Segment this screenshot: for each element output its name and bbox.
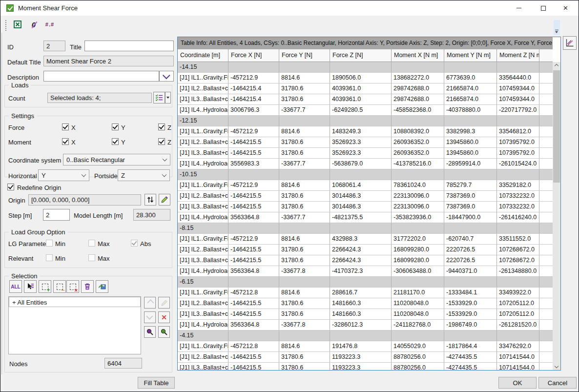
group-cell[interactable] xyxy=(444,330,497,341)
collapsed-splitter[interactable] xyxy=(554,20,560,35)
value-cell[interactable]: 107268672.0 xyxy=(497,255,539,266)
value-cell[interactable]: 2220726.5 xyxy=(444,245,497,255)
load-name-cell[interactable]: [J1] IL2..Ballast+crai xyxy=(178,352,228,363)
group-cell[interactable] xyxy=(330,330,392,341)
value-cell[interactable]: 8814.6 xyxy=(279,288,330,298)
value-cell[interactable]: 1890506.0 xyxy=(330,73,392,83)
data-row[interactable]: [J1] IL3..Ballast+crai-1464215.531780.62… xyxy=(178,255,553,266)
group-cell[interactable] xyxy=(444,116,497,126)
group-cell[interactable] xyxy=(330,277,392,288)
value-cell[interactable] xyxy=(539,148,553,159)
group-cell[interactable] xyxy=(279,169,330,180)
data-row[interactable]: [J1] IL2..Ballast+crai-1464215.531780.63… xyxy=(178,191,553,202)
value-cell[interactable]: 31780.6 xyxy=(279,202,330,212)
remove-selection-button[interactable]: ✕ xyxy=(66,280,79,293)
value-cell[interactable]: -1464215.5 xyxy=(228,245,279,255)
group-cell[interactable] xyxy=(444,169,497,180)
value-cell[interactable] xyxy=(539,94,553,105)
value-cell[interactable]: -33677.8 xyxy=(279,320,330,330)
value-cell[interactable]: 168099280.0 xyxy=(392,255,444,266)
value-cell[interactable] xyxy=(539,126,553,137)
group-header-row[interactable]: -12.15 xyxy=(178,116,553,126)
value-cell[interactable]: -28959914.0 xyxy=(444,159,497,169)
value-cell[interactable]: 8814.6 xyxy=(279,126,330,137)
coordinate-system-combo[interactable]: 0..Basic Rectangular xyxy=(63,154,170,165)
group-cell[interactable] xyxy=(539,116,553,126)
load-name-cell[interactable]: [J1] IL2..Ballast+crai xyxy=(178,298,228,309)
load-name-cell[interactable]: [J1] IL3..Ballast+crai xyxy=(178,148,228,159)
group-cell[interactable] xyxy=(539,277,553,288)
group-cell[interactable] xyxy=(228,223,279,234)
value-cell[interactable] xyxy=(539,309,553,320)
minimize-button[interactable] xyxy=(508,0,530,16)
value-cell[interactable]: 785279.7 xyxy=(444,180,497,191)
value-cell[interactable]: 3006796.3 xyxy=(228,105,279,116)
value-cell[interactable]: 33511552.0 xyxy=(497,234,539,245)
selection-list-item[interactable]: + All Entities xyxy=(9,297,141,307)
value-cell[interactable]: 33476292.0 xyxy=(497,341,539,352)
value-cell[interactable]: 33529182.0 xyxy=(497,180,539,191)
description-input[interactable] xyxy=(43,71,159,82)
value-cell[interactable]: -6249280.5 xyxy=(330,105,392,116)
value-cell[interactable]: 8814.6 xyxy=(279,180,330,191)
group-cell[interactable] xyxy=(392,116,444,126)
data-row[interactable]: [J1] IL1..Gravity.Fixe-457212.98814.6432… xyxy=(178,234,553,245)
horizontal-combo[interactable]: Y xyxy=(38,169,89,181)
value-cell[interactable]: 3563364.8 xyxy=(228,320,279,330)
group-cell[interactable] xyxy=(279,116,330,126)
load-name-cell[interactable]: [J1] IL1..Gravity.Fixe xyxy=(178,341,228,352)
value-cell[interactable]: 107205112.0 xyxy=(497,298,539,309)
value-cell[interactable]: 3014486.3 xyxy=(330,202,392,212)
group-header-row[interactable]: -14.15 xyxy=(178,62,553,73)
value-cell[interactable]: -457212.8 xyxy=(228,341,279,352)
group-cell[interactable] xyxy=(228,169,279,180)
group-cell[interactable] xyxy=(539,169,553,180)
group-cell[interactable] xyxy=(392,330,444,341)
value-cell[interactable]: 108808392.0 xyxy=(392,126,444,137)
value-cell[interactable]: 31780.6 xyxy=(279,137,330,148)
group-cell[interactable] xyxy=(539,223,553,234)
value-cell[interactable]: 288616.7 xyxy=(330,288,392,298)
value-cell[interactable]: -457212.9 xyxy=(228,126,279,137)
group-cell[interactable] xyxy=(330,116,392,126)
value-cell[interactable] xyxy=(539,352,553,363)
value-cell[interactable]: -457212.8 xyxy=(228,288,279,298)
value-cell[interactable]: 107459344.0 xyxy=(497,94,539,105)
value-cell[interactable]: 107459344.0 xyxy=(497,83,539,94)
group-cell[interactable] xyxy=(444,223,497,234)
value-cell[interactable]: -457212.9 xyxy=(228,73,279,83)
group-cell[interactable] xyxy=(497,169,539,180)
subtract-from-selection-button[interactable]: – xyxy=(53,280,66,293)
value-cell[interactable]: -4274435.5 xyxy=(444,363,497,370)
value-cell[interactable]: 2266424.3 xyxy=(330,255,392,266)
select-loads-button[interactable] xyxy=(153,92,165,103)
value-cell[interactable]: -1464215.5 xyxy=(228,202,279,212)
value-cell[interactable]: 107141544.0 xyxy=(497,363,539,370)
value-cell[interactable]: -1464215.5 xyxy=(228,352,279,363)
scroll-up-button[interactable] xyxy=(553,62,560,70)
load-name-cell[interactable]: [J1] IL3..Ballast+crai xyxy=(178,202,228,212)
load-name-cell[interactable]: [J1] IL4..Hydroload_ xyxy=(178,266,228,277)
value-cell[interactable]: 3382998.3 xyxy=(444,126,497,137)
value-cell[interactable]: 31772202.0 xyxy=(392,234,444,245)
description-dropdown-button[interactable] xyxy=(159,71,174,82)
data-row[interactable]: [J1] IL1..Gravity.Fixe-457212.98814.6148… xyxy=(178,126,553,137)
value-cell[interactable]: -4274435.5 xyxy=(444,352,497,363)
load-name-cell[interactable]: [J1] IL1..Gravity.Fixe xyxy=(178,73,228,83)
value-cell[interactable]: 33493922.0 xyxy=(497,288,539,298)
value-cell[interactable]: 13945860.0 xyxy=(444,148,497,159)
value-cell[interactable]: 1481660.3 xyxy=(330,298,392,309)
value-cell[interactable]: 33546812.0 xyxy=(497,126,539,137)
value-cell[interactable]: -1464215.4 xyxy=(228,94,279,105)
load-name-cell[interactable]: [J1] IL1..Gravity.Fixe xyxy=(178,180,228,191)
value-cell[interactable]: 110208048.0 xyxy=(392,309,444,320)
column-header[interactable]: Force Z [N] xyxy=(330,49,392,62)
data-row[interactable]: [J1] IL2..Ballast+crai-1464215.431780.64… xyxy=(178,83,553,94)
value-cell[interactable]: 107141544.0 xyxy=(497,352,539,363)
column-header[interactable]: Coordinate [m] xyxy=(178,49,228,62)
column-header[interactable]: Moment Z [N m] xyxy=(497,49,539,62)
value-cell[interactable]: 138682272.0 xyxy=(392,73,444,83)
value-cell[interactable]: 260936352.0 xyxy=(392,137,444,148)
value-cell[interactable]: 110208048.0 xyxy=(392,298,444,309)
save-selection-button[interactable] xyxy=(96,280,108,293)
